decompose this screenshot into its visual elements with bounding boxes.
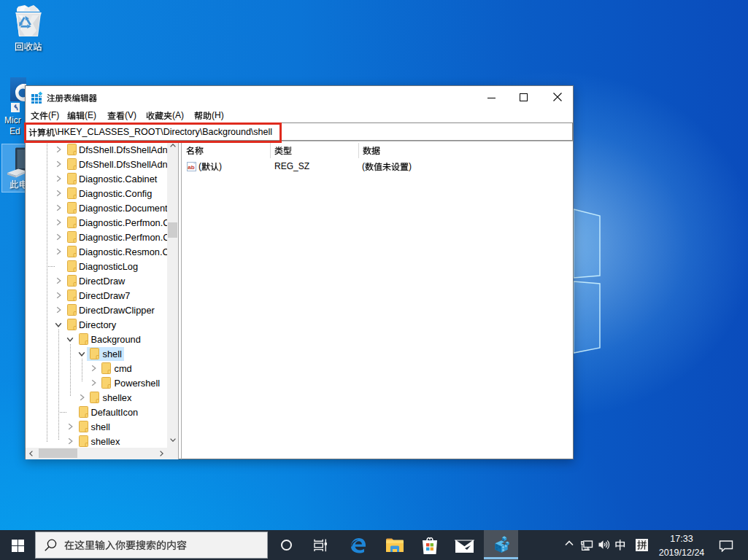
svg-text:ab: ab (188, 164, 194, 171)
